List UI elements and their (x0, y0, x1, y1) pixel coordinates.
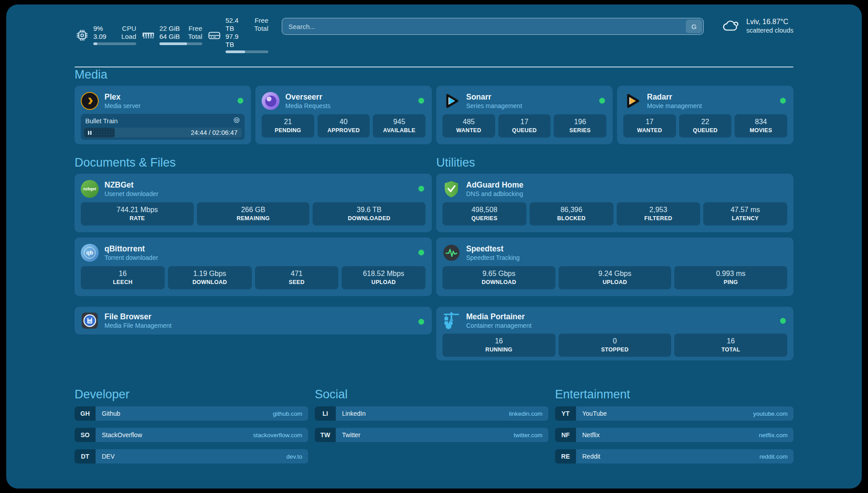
cpu-stat: 9% 3.09 CPU Load (75, 17, 136, 53)
qbittorrent-icon: qb (81, 244, 99, 262)
top-bar: 9% 3.09 CPU Load (75, 17, 793, 53)
bookmark-twitter[interactable]: TW Twitter twitter.com (315, 428, 548, 442)
bookmark-youtube[interactable]: YT YouTube youtube.com (555, 406, 793, 421)
stat-leech: 16 LEECH (81, 266, 165, 289)
service-title: Media Portainer (466, 312, 531, 322)
search-provider-button[interactable]: G (686, 20, 702, 33)
bookmark-abbr: RE (555, 449, 576, 464)
bookmark-stackoverflow[interactable]: SO StackOverflow stackoverflow.com (75, 428, 308, 442)
service-subtitle: Torrent downloader (104, 254, 158, 262)
dashboard-panel: 9% 3.09 CPU Load (6, 4, 862, 489)
adguard-shield-icon (442, 180, 460, 198)
bookmark-netflix[interactable]: NF Netflix netflix.com (555, 428, 793, 442)
service-card-speedtest[interactable]: Speedtest Speedtest Tracking 9.65 Gbps D… (436, 238, 793, 296)
bookmark-dev[interactable]: DT DEV dev.to (75, 449, 308, 464)
service-subtitle: Media server (104, 102, 141, 110)
service-title: File Browser (104, 312, 171, 322)
bookmarks-social: Social LI LinkedIn linkedin.com TW Twitt… (315, 387, 548, 471)
bookmark-domain: twitter.com (513, 432, 542, 439)
memory-free: 22 GiB (159, 25, 180, 33)
service-subtitle: Media File Management (104, 322, 171, 330)
stat-queued: 17 QUEUED (498, 114, 551, 138)
stat-running: 16 RUNNING (442, 334, 555, 357)
bookmark-name: YouTube (582, 410, 607, 417)
stat-latency: 47.57 ms LATENCY (703, 202, 787, 226)
stat-stopped: 0 STOPPED (559, 334, 672, 357)
bookmark-name: Twitter (342, 431, 360, 439)
search-bar: G (282, 18, 704, 35)
service-card-radarr[interactable]: Radarr Movie management 17 WANTED 22 QUE… (617, 86, 793, 144)
playback-progress-bar[interactable]: 24:44 / 02:06:47 (84, 128, 242, 138)
bookmark-name: StackOverflow (102, 431, 142, 439)
stat-wanted: 17 WANTED (623, 114, 676, 138)
playback-time: 24:44 / 02:06:47 (191, 128, 238, 138)
service-title: NZBGet (104, 180, 159, 190)
service-card-sonarr[interactable]: Sonarr Series management 485 WANTED 17 Q… (436, 86, 613, 144)
stat-download: 9.65 Gbps DOWNLOAD (442, 266, 555, 289)
bookmark-domain: github.com (273, 410, 302, 417)
pause-icon[interactable] (88, 131, 92, 135)
filebrowser-icon (81, 312, 99, 330)
section-header-documents: Documents & Files (75, 155, 432, 170)
memory-progress-bar (159, 42, 202, 45)
disk-drive-icon (207, 29, 222, 42)
service-card-nzbget[interactable]: nzbget NZBGet Usenet downloader 744.21 M… (75, 174, 432, 232)
weather-location-temp: Lviv, 16.87°C (746, 17, 793, 26)
service-subtitle: Speedtest Tracking (466, 254, 520, 262)
overseerr-icon (262, 92, 280, 110)
cpu-load-value: 3.09 (93, 33, 106, 41)
cpu-label-1: CPU (121, 25, 136, 33)
memory-stat: 22 GiB 64 GiB Free Total (141, 17, 202, 53)
cpu-label-2: Load (121, 33, 136, 41)
service-card-overseerr[interactable]: Overseerr Media Requests 21 PENDING 40 A… (255, 86, 432, 144)
stat-queries: 498,508 QUERIES (442, 202, 526, 226)
service-card-portainer[interactable]: Media Portainer Container management 16 … (436, 307, 793, 360)
status-dot (780, 98, 786, 104)
system-stats: 9% 3.09 CPU Load (75, 17, 268, 53)
service-subtitle: Movie management (647, 102, 702, 110)
now-playing-title: Bullet Train (85, 117, 118, 125)
cpu-chip-icon (75, 29, 90, 42)
speedtest-pulse-icon (442, 244, 460, 262)
section-header-developer: Developer (75, 387, 308, 402)
bookmark-reddit[interactable]: RE Reddit reddit.com (555, 449, 793, 464)
stat-seed: 471 SEED (255, 266, 339, 289)
nzbget-icon: nzbget (81, 180, 99, 198)
service-card-qbittorrent[interactable]: qb qBittorrent Torrent downloader 16 LEE… (75, 238, 432, 296)
service-subtitle: Container management (466, 322, 531, 330)
service-subtitle: DNS and adblocking (466, 190, 523, 198)
bookmark-abbr: GH (75, 406, 96, 421)
stat-approved: 40 APPROVED (317, 114, 370, 138)
memory-label-2: Total (188, 33, 202, 41)
bookmark-name: LinkedIn (342, 410, 366, 417)
bookmarks-entertainment: Entertainment YT YouTube youtube.com NF … (555, 387, 793, 471)
bookmarks-developer: Developer GH Github github.com SO StackO… (75, 387, 308, 471)
stat-blocked: 86,396 BLOCKED (530, 202, 613, 226)
stat-remaining: 266 GB REMAINING (197, 202, 310, 226)
stat-pending: 21 PENDING (262, 114, 314, 138)
service-card-plex[interactable]: Plex Media server Bullet Train (75, 86, 251, 144)
service-title: Plex (104, 92, 141, 102)
section-header-social: Social (315, 387, 548, 402)
stat-wanted: 485 WANTED (442, 114, 495, 138)
cpu-progress-bar (93, 42, 136, 45)
sonarr-icon (442, 92, 460, 110)
disk-total: 97.9 TB (225, 33, 247, 49)
status-dot (418, 319, 424, 325)
service-card-filebrowser[interactable]: File Browser Media File Management (75, 307, 432, 334)
search-input[interactable] (282, 18, 704, 35)
bookmark-abbr: DT (75, 449, 96, 464)
service-card-adguard[interactable]: AdGuard Home DNS and adblocking 498,508 … (436, 174, 793, 232)
status-dot (599, 98, 605, 104)
bookmark-github[interactable]: GH Github github.com (75, 406, 308, 421)
disk-label-1: Free (254, 17, 268, 25)
plex-icon (81, 92, 99, 110)
cpu-usage: 9% (93, 25, 106, 33)
stat-filtered: 2,953 FILTERED (617, 202, 701, 226)
session-settings-icon[interactable] (233, 117, 240, 125)
bookmark-name: Reddit (582, 453, 600, 460)
disk-stat: 52.4 TB 97.9 TB Free Total (207, 17, 268, 53)
disk-progress-bar (225, 50, 268, 53)
bookmark-linkedin[interactable]: LI LinkedIn linkedin.com (315, 406, 548, 421)
stat-rate: 744.21 Mbps RATE (81, 202, 194, 226)
